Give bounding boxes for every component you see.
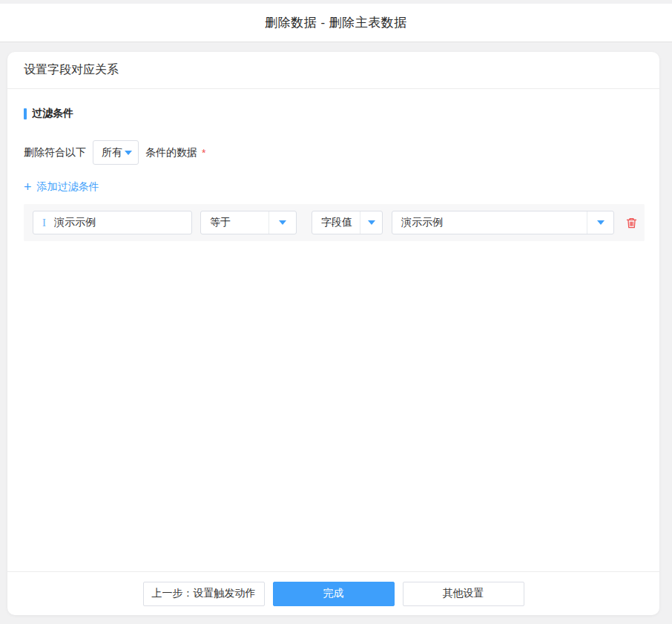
filter-section-title: 过滤条件 bbox=[24, 107, 645, 120]
operator-caret-zone bbox=[269, 211, 296, 234]
main-panel: 设置字段对应关系 过滤条件 删除符合以下 所有 条件的数据 * + 添加过滤条件… bbox=[7, 52, 659, 615]
value-type-select[interactable]: 字段值 bbox=[312, 211, 383, 234]
condition-prefix-text: 删除符合以下 bbox=[24, 146, 86, 160]
trash-icon[interactable] bbox=[625, 217, 638, 229]
plus-icon: + bbox=[24, 180, 32, 194]
filter-field-input[interactable]: I 演示示例 bbox=[33, 211, 192, 234]
compare-value-caret-zone bbox=[587, 211, 613, 234]
panel-title: 设置字段对应关系 bbox=[24, 62, 119, 78]
prev-step-button[interactable]: 上一步：设置触发动作 bbox=[143, 582, 265, 606]
text-type-icon: I bbox=[42, 217, 46, 229]
condition-scope-select[interactable]: 所有 bbox=[93, 140, 139, 165]
condition-line: 删除符合以下 所有 条件的数据 * bbox=[24, 140, 645, 165]
condition-suffix-text: 条件的数据 bbox=[145, 146, 197, 160]
panel-body: 过滤条件 删除符合以下 所有 条件的数据 * + 添加过滤条件 I 演示示例 等… bbox=[7, 89, 659, 241]
compare-value-select[interactable]: 演示示例 bbox=[392, 211, 614, 234]
add-filter-condition-link[interactable]: + 添加过滤条件 bbox=[24, 180, 99, 194]
required-asterisk: * bbox=[202, 147, 205, 159]
filter-section-title-text: 过滤条件 bbox=[32, 107, 73, 120]
other-settings-button[interactable]: 其他设置 bbox=[403, 582, 524, 606]
condition-scope-value: 所有 bbox=[102, 146, 122, 160]
value-type-value: 字段值 bbox=[312, 216, 360, 229]
operator-value: 等于 bbox=[201, 216, 269, 229]
panel-footer: 上一步：设置触发动作 完成 其他设置 bbox=[7, 571, 659, 615]
chevron-down-icon bbox=[279, 220, 286, 225]
filter-field-value: 演示示例 bbox=[54, 216, 96, 229]
chevron-down-icon bbox=[125, 151, 132, 155]
done-button[interactable]: 完成 bbox=[273, 582, 395, 606]
section-marker-bar bbox=[24, 108, 27, 119]
add-filter-condition-label: 添加过滤条件 bbox=[37, 180, 99, 194]
panel-header: 设置字段对应关系 bbox=[7, 52, 659, 89]
chevron-down-icon bbox=[368, 220, 375, 225]
filter-condition-row: I 演示示例 等于 字段值 演示示例 bbox=[24, 204, 645, 241]
compare-value: 演示示例 bbox=[392, 216, 587, 229]
value-type-caret-zone bbox=[360, 211, 382, 234]
window-header: 删除数据 - 删除主表数据 bbox=[0, 4, 672, 42]
chevron-down-icon bbox=[597, 220, 605, 225]
operator-select[interactable]: 等于 bbox=[200, 211, 297, 234]
page-title: 删除数据 - 删除主表数据 bbox=[265, 14, 407, 31]
